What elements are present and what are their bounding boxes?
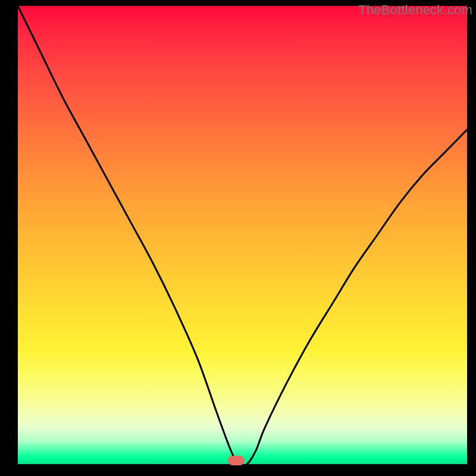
bottleneck-curve xyxy=(18,6,467,464)
curve-svg xyxy=(18,6,467,464)
plot-area xyxy=(18,6,467,464)
watermark-text: TheBottleneck.com xyxy=(358,2,472,18)
optimal-marker xyxy=(228,456,245,465)
